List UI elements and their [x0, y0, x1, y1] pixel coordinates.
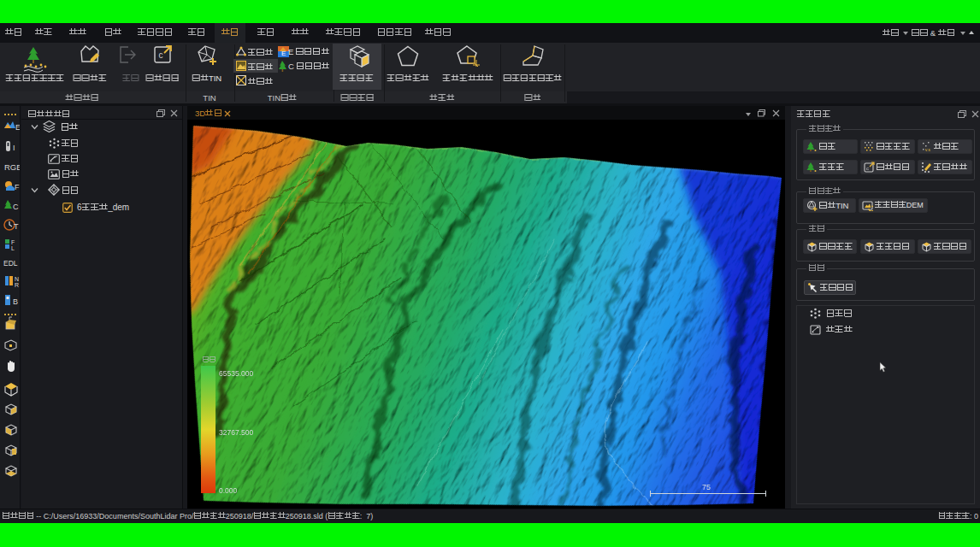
svg-text:RGB: RGB [4, 162, 20, 172]
svg-text:C: C [13, 203, 19, 211]
svg-text:R: R [15, 282, 19, 288]
svg-text:c: c [866, 166, 869, 171]
svg-text:N: N [15, 276, 19, 282]
svg-text:I: I [13, 144, 15, 152]
svg-text:v.s: v.s [925, 147, 931, 152]
svg-text:T: T [14, 222, 19, 231]
svg-text:F: F [11, 239, 15, 245]
svg-text:L: L [11, 245, 15, 251]
svg-text:EDL: EDL [3, 259, 18, 268]
svg-text:c: c [159, 50, 163, 60]
svg-text:E: E [281, 50, 286, 57]
svg-text:E: E [15, 123, 20, 132]
svg-text:B: B [13, 297, 18, 306]
svg-text:F: F [15, 183, 20, 191]
